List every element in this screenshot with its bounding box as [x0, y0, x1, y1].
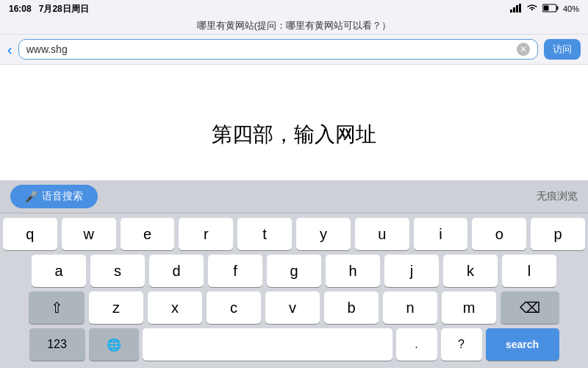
- key-z[interactable]: z: [89, 291, 143, 324]
- key-c[interactable]: c: [207, 291, 261, 324]
- voice-search-button[interactable]: 🎤 语音搜索: [10, 185, 98, 208]
- keyboard-row-3: ⇧ z x c v b n m ⌫: [3, 291, 585, 324]
- visit-button[interactable]: 访问: [544, 39, 581, 60]
- key-e[interactable]: e: [121, 218, 175, 250]
- browser-bar: ‹ www.shg ✕ 访问: [0, 35, 588, 65]
- svg-rect-0: [510, 10, 512, 13]
- mic-icon: 🎤: [25, 191, 37, 202]
- url-text: www.shg: [26, 43, 68, 55]
- key-a[interactable]: a: [32, 255, 86, 287]
- question-key[interactable]: ?: [441, 328, 482, 361]
- key-k[interactable]: k: [443, 255, 498, 287]
- key-d[interactable]: d: [149, 255, 204, 287]
- backspace-key[interactable]: ⌫: [501, 291, 559, 324]
- status-bar: 16:08 7月28日周日 40%: [0, 0, 588, 18]
- keyboard-rows: q w e r t y u i o p a s d f g h j k l ⇧ …: [0, 213, 588, 368]
- key-g[interactable]: g: [267, 255, 321, 287]
- key-p[interactable]: p: [531, 218, 585, 250]
- svg-rect-1: [513, 7, 515, 13]
- back-button[interactable]: ‹: [7, 41, 12, 58]
- svg-rect-5: [556, 7, 558, 10]
- svg-rect-2: [516, 5, 518, 13]
- keyboard-row-2: a s d f g h j k l: [3, 255, 585, 287]
- key-u[interactable]: u: [355, 218, 409, 250]
- key-v[interactable]: v: [265, 291, 320, 324]
- key-t[interactable]: t: [237, 218, 292, 250]
- page-title: 哪里有黄网站(提问：哪里有黄网站可以看？）: [0, 18, 588, 35]
- emoji-key[interactable]: 🌐: [89, 328, 139, 361]
- clear-url-button[interactable]: ✕: [517, 43, 530, 56]
- key-i[interactable]: i: [414, 218, 468, 250]
- key-j[interactable]: j: [384, 255, 439, 287]
- key-q[interactable]: q: [3, 218, 57, 250]
- keyboard-container: 🎤 语音搜索 无痕浏览 q w e r t y u i o p a s d f …: [0, 180, 588, 368]
- key-h[interactable]: h: [326, 255, 380, 287]
- signal-icon: [510, 4, 522, 14]
- url-bar[interactable]: www.shg ✕: [18, 39, 538, 60]
- key-s[interactable]: s: [90, 255, 145, 287]
- key-o[interactable]: o: [472, 218, 526, 250]
- status-icons: 40%: [510, 4, 579, 14]
- numbers-key[interactable]: 123: [29, 328, 85, 361]
- key-n[interactable]: n: [383, 291, 437, 324]
- keyboard-row-1: q w e r t y u i o p: [3, 218, 585, 250]
- wifi-icon: [526, 4, 538, 14]
- shift-key[interactable]: ⇧: [29, 291, 85, 324]
- battery-icon: [542, 4, 559, 14]
- key-f[interactable]: f: [208, 255, 262, 287]
- instruction-text: 第四部，输入网址: [212, 121, 376, 149]
- incognito-label: 无痕浏览: [537, 190, 578, 203]
- svg-rect-3: [519, 4, 521, 13]
- key-m[interactable]: m: [442, 291, 496, 324]
- key-r[interactable]: r: [179, 218, 233, 250]
- key-x[interactable]: x: [148, 291, 202, 324]
- svg-rect-6: [543, 6, 548, 11]
- key-w[interactable]: w: [62, 218, 116, 250]
- keyboard-row-4: 123 🌐 . ? search: [3, 328, 585, 361]
- period-key[interactable]: .: [396, 328, 437, 361]
- space-key[interactable]: [143, 328, 392, 361]
- key-y[interactable]: y: [296, 218, 351, 250]
- key-b[interactable]: b: [324, 291, 379, 324]
- search-key[interactable]: search: [486, 328, 559, 361]
- status-time-date: 16:08 7月28日周日: [9, 3, 89, 15]
- battery-percent: 40%: [563, 4, 579, 13]
- key-l[interactable]: l: [502, 255, 556, 287]
- keyboard-top-bar: 🎤 语音搜索 无痕浏览: [0, 180, 588, 213]
